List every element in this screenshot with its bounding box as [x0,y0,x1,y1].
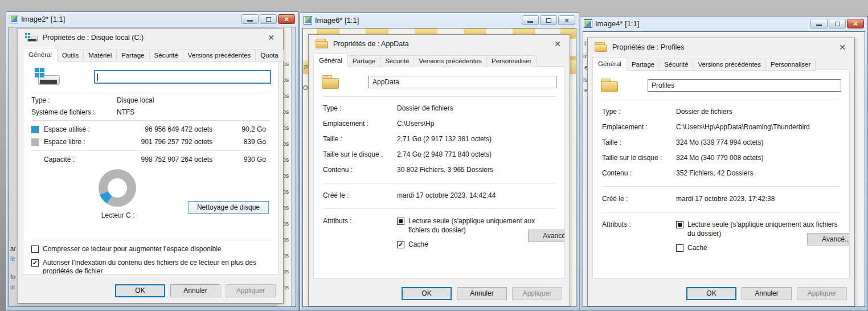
ok-button[interactable]: OK [115,284,165,297]
tab-page-general: Profiles Type :Dossier de fichiers Empla… [592,69,850,279]
tab-partage[interactable]: Partage [116,50,149,62]
field-value: 324 Mo (340 779 008 octets) [676,154,840,162]
properties-dialog-disque-local: Propriétés de : Disque local (C:) Généra… [18,28,284,304]
tab-general[interactable]: Général [592,57,627,71]
ok-button[interactable]: OK [686,287,736,300]
tab-personnaliser[interactable]: Personnaliser [765,59,816,71]
field-label: Taille : [323,135,397,143]
allow-indexing-checkbox[interactable] [31,259,39,267]
compress-drive-checkbox[interactable] [31,245,39,253]
cancel-button[interactable]: Annuler [742,287,792,300]
cancel-button[interactable]: Annuler [457,287,507,300]
field-label: Créé le : [323,191,397,199]
field-value: Disque local [117,96,270,104]
tab-quota[interactable]: Quota [255,50,283,62]
field-value: 30 802 Fichiers, 3 965 Dossiers [397,166,555,174]
field-label: Type : [602,108,676,116]
background-scrollbar[interactable] [291,27,296,306]
tab-versions-precedentes[interactable]: Versions précédentes [183,50,256,62]
dialog-close-button[interactable] [552,39,563,49]
minimize-button[interactable] [522,15,539,25]
field-label: Contenu : [602,169,676,177]
maximize-icon [266,17,271,22]
tab-versions-precedentes[interactable]: Versions précédentes [413,55,487,67]
field-label: Type : [31,96,117,104]
folder-name-input[interactable]: AppData [369,76,556,88]
window-title: Image4* [1:1] [595,19,639,28]
window-titlebar[interactable]: Image4* [1:1] [580,17,867,31]
free-space-swatch [31,138,39,146]
tab-partage[interactable]: Partage [347,55,380,67]
tab-page-general: AppData Type :Dossier de fichiers Emplac… [313,66,565,279]
drive-name-input[interactable] [94,70,271,84]
field-value: 998 752 907 264 octets [117,156,212,163]
field-value: Dossier de fichiers [676,108,840,116]
read-only-checkbox[interactable] [397,218,404,225]
window-titlebar[interactable]: Image2* [1:1] [6,12,298,26]
window-titlebar[interactable]: Image6* [1:1] [300,13,579,27]
dialog-close-button[interactable] [266,32,276,43]
tab-securite[interactable]: Sécurité [380,55,414,67]
advanced-button[interactable]: Avancé... [528,230,565,242]
field-label: Espace utilisé : [44,125,117,133]
image-canvas: i in e ls e Propriétés de : Profiles Gén… [583,31,865,307]
field-value: Dossier de fichiers [397,104,555,112]
close-button[interactable] [558,15,575,25]
field-label: Taille sur le disque : [602,154,676,162]
tab-versions-precedentes[interactable]: Versions précédentes [693,59,766,71]
field-value: mardi 17 octobre 2023, 14:42:44 [397,191,555,199]
text-caret [97,73,98,81]
field-label: Type : [323,104,397,112]
tab-personnaliser[interactable]: Personnaliser [486,55,537,67]
windows-logo-icon [25,33,30,38]
minimize-icon [527,21,533,23]
hidden-checkbox[interactable] [676,244,683,252]
image-canvas: )os)os)os)os)os)os)os)os)os)os)os)os)os)… [9,27,296,307]
maximize-button[interactable] [829,19,846,28]
disk-cleanup-button[interactable]: Nettoyage de disque [188,201,269,214]
maximize-button[interactable] [260,14,277,24]
close-button[interactable] [847,19,864,28]
tab-partage[interactable]: Partage [627,59,660,71]
field-value: C:\Users\Hp\AppData\Roaming\Thunderbird [676,123,840,131]
ok-button[interactable]: OK [402,287,452,300]
hard-drive-icon [25,33,38,42]
tab-securite[interactable]: Sécurité [659,59,693,71]
folder-icon [322,75,339,89]
cancel-button[interactable]: Annuler [170,284,220,297]
read-only-checkbox[interactable] [676,221,683,228]
minimize-button[interactable] [810,19,828,28]
background-fragment: p [304,63,308,69]
field-label: Capacité : [44,156,117,163]
tab-securite[interactable]: Sécurité [149,50,183,62]
desktop-canvas: Image2* [1:1] )os)os)os)os)os)os)os)os)o… [0,0,868,311]
editor-window-image2: Image2* [1:1] )os)os)os)os)os)os)os)os)o… [6,11,299,311]
advanced-button[interactable]: Avancé... [807,233,850,245]
maximize-icon [546,18,551,23]
background-fragment: i [584,40,586,47]
field-value: C:\Users\Hp [397,120,555,128]
apply-button[interactable]: Appliquer [797,287,847,300]
apply-button[interactable]: Appliquer [512,287,562,300]
image-canvas: p On Propriétés de : AppData Général Par… [302,28,576,307]
field-value: 930 Go [212,156,266,163]
checkbox-label: Compresser ce lecteur pour augmenter l’e… [43,245,222,254]
folder-name-input[interactable]: Profiles [648,79,841,92]
hidden-checkbox[interactable] [397,241,404,248]
tab-outils[interactable]: Outils [57,50,84,62]
checkbox-label: Caché [687,244,707,253]
minimize-button[interactable] [241,14,259,24]
tab-general[interactable]: Général [313,54,348,67]
tab-materiel[interactable]: Matériel [83,50,117,62]
apply-button[interactable]: Appliquer [226,284,276,297]
maximize-button[interactable] [540,15,557,25]
tab-general[interactable]: Général [23,48,58,62]
field-value: 96 956 649 472 octets [117,125,212,133]
close-button[interactable] [278,14,295,24]
dialog-close-button[interactable] [837,42,847,52]
hard-drive-icon [35,68,61,86]
field-label: Attributs : [323,217,397,255]
dialog-title: Propriétés de : AppData [333,40,409,48]
maximize-icon [835,22,840,26]
field-label: Créé le : [602,195,676,203]
